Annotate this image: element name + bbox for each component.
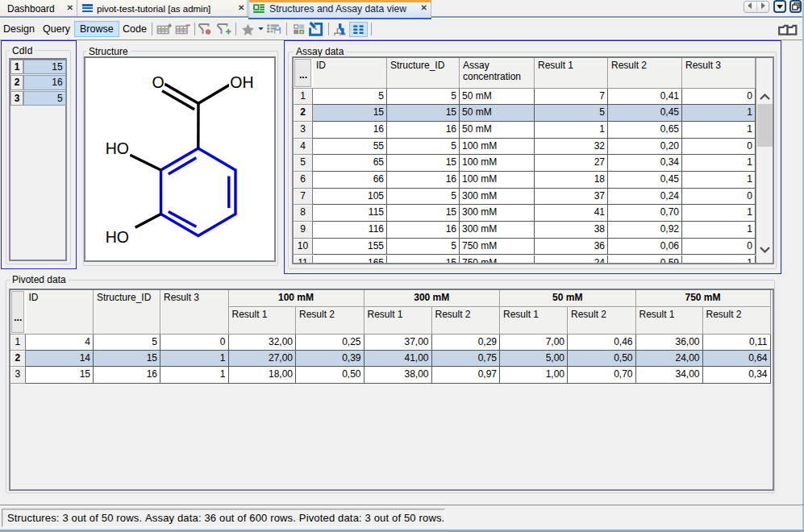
svg-text:O: O <box>152 73 165 91</box>
svg-text:HO: HO <box>106 139 129 157</box>
svg-text:OH: OH <box>230 73 253 91</box>
svg-text:HO: HO <box>106 228 129 246</box>
